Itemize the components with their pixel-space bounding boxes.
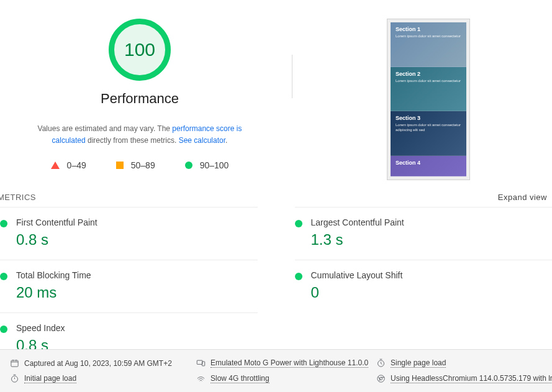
thumb-section: Section 2Lorem ipsum dolor sit amet cons… — [391, 67, 466, 112]
expand-view-button[interactable]: Expand view — [498, 193, 547, 202]
metric-name: Cumulative Layout Shift — [311, 270, 403, 280]
page-screenshot-thumbnail[interactable]: Section 1Lorem ipsum dolor sit amet cons… — [387, 19, 470, 180]
status-dot-icon — [295, 220, 302, 227]
metric-value: 1.3 s — [311, 231, 404, 248]
thumb-section: Section 3Lorem ipsum dolor sit amet cons… — [391, 111, 466, 156]
metric-name: Largest Contentful Paint — [311, 217, 404, 227]
footer-emulated[interactable]: Emulated Moto G Power with Lighthouse 11… — [196, 358, 376, 368]
gauge-score: 100 — [124, 39, 155, 60]
disclaimer-middle: directly from these metrics. — [86, 136, 179, 145]
footer-captured: Captured at Aug 10, 2023, 10:59 AM GMT+2 — [10, 358, 196, 368]
vertical-divider — [292, 55, 292, 98]
footer-initial-load[interactable]: Initial page load — [10, 374, 196, 383]
screenshot-panel: Section 1Lorem ipsum dolor sit amet cons… — [305, 0, 552, 186]
metric-name: Speed Index — [16, 323, 65, 333]
chrome-icon — [376, 374, 386, 383]
status-dot-icon — [0, 326, 7, 333]
metric-value: 20 ms — [16, 284, 91, 301]
performance-gauge-panel: 100 Performance Values are estimated and… — [0, 0, 279, 186]
svg-point-5 — [378, 375, 384, 382]
metric-name: First Contentful Paint — [16, 217, 97, 227]
metric-value: 0 — [311, 284, 403, 301]
metric-name: Total Blocking Time — [16, 270, 91, 280]
see-calculator-link[interactable]: See calculator — [179, 136, 225, 145]
metric-value: 0.8 s — [16, 231, 97, 248]
footer-throttle[interactable]: Slow 4G throttling — [196, 374, 376, 383]
metric-tbt[interactable]: Total Blocking Time 20 ms — [0, 260, 258, 312]
legend-pass: 90–100 — [185, 160, 229, 170]
metric-cls[interactable]: Cumulative Layout Shift 0 — [295, 260, 553, 312]
score-legend: 0–49 50–89 90–100 — [51, 160, 229, 170]
legend-avg: 50–89 — [116, 160, 155, 170]
metric-lcp[interactable]: Largest Contentful Paint 1.3 s — [295, 207, 553, 260]
footer-env-panel: Captured at Aug 10, 2023, 10:59 AM GMT+2… — [0, 349, 552, 392]
svg-rect-0 — [11, 360, 18, 367]
footer-single-load[interactable]: Single page load — [376, 358, 552, 368]
legend-avg-label: 50–89 — [131, 160, 155, 170]
metric-fcp[interactable]: First Contentful Paint 0.8 s — [0, 207, 258, 260]
status-dot-icon — [295, 273, 302, 280]
network-icon — [196, 374, 206, 383]
thumb-section: Section 1Lorem ipsum dolor sit amet cons… — [391, 22, 466, 67]
legend-fail-label: 0–49 — [67, 160, 86, 170]
calendar-icon — [10, 358, 19, 368]
status-dot-icon — [0, 220, 7, 227]
disclaimer-prefix: Values are estimated and may vary. The — [38, 124, 173, 133]
status-dot-icon — [0, 273, 7, 280]
triangle-icon — [51, 162, 60, 169]
metrics-grid: First Contentful Paint 0.8 s Largest Con… — [0, 207, 552, 365]
circle-icon — [185, 162, 192, 169]
svg-rect-1 — [197, 360, 202, 364]
gauge-ring: 100 — [109, 19, 171, 81]
stopwatch-icon — [10, 374, 19, 383]
metrics-heading: METRICS — [0, 193, 36, 202]
disclaimer-text: Values are estimated and may vary. The p… — [22, 123, 258, 147]
legend-pass-label: 90–100 — [200, 160, 229, 170]
devices-icon — [196, 358, 206, 368]
gauge-title: Performance — [101, 91, 179, 107]
timer-icon — [376, 358, 386, 368]
footer-browser[interactable]: Using HeadlessChromium 114.0.5735.179 wi… — [376, 374, 552, 383]
legend-fail: 0–49 — [51, 160, 86, 170]
square-icon — [116, 162, 124, 169]
thumb-section: Section 4 — [391, 156, 466, 176]
